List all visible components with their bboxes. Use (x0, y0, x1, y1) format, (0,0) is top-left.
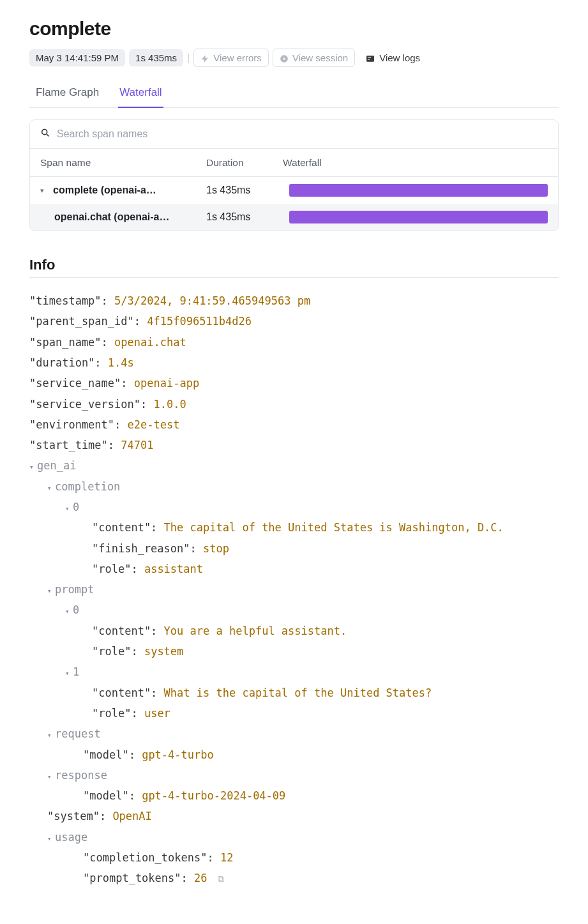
timestamp-pill: May 3 14:41:59 PM (29, 49, 125, 66)
info-body: "timestamp": 5/3/2024, 9:41:59.465949563… (29, 291, 559, 889)
meta-row: May 3 14:41:59 PM 1s 435ms | View errors… (29, 49, 559, 67)
kv-response-model: "model": gpt-4-turbo-2024-04-09 (29, 785, 559, 806)
kv-prompt1-content: "content": What is the capital of the Un… (29, 683, 559, 703)
logs-icon (365, 52, 375, 64)
tabs: Flame Graph Waterfall (29, 82, 559, 108)
duration-cell: 1s 435ms (206, 185, 283, 196)
view-errors-button[interactable]: View errors (193, 49, 269, 67)
search-input[interactable] (57, 128, 548, 140)
kv-completion-content: "content": The capital of the United Sta… (29, 517, 559, 538)
view-session-button[interactable]: View session (273, 49, 355, 67)
chevron-down-icon: ▾ (47, 585, 55, 598)
kv-parent-span-id: "parent_span_id": 4f15f096511b4d26 (29, 311, 559, 331)
col-waterfall: Waterfall (283, 157, 548, 169)
waterfall-panel: Span name Duration Waterfall ▾ complete … (29, 119, 559, 231)
svg-line-5 (47, 134, 49, 136)
span-name-label: openai.chat (openai-a… (54, 211, 169, 223)
info-title: Info (29, 257, 559, 273)
view-errors-label: View errors (213, 52, 262, 63)
kv-system: "system": OpenAI (29, 806, 559, 826)
kv-environment: "environment": e2e-test (29, 414, 559, 435)
view-logs-label: View logs (379, 52, 420, 63)
chevron-down-icon: ▾ (47, 729, 55, 743)
tree-prompt-0[interactable]: ▾0 (29, 600, 559, 620)
svg-rect-2 (368, 57, 371, 58)
kv-duration: "duration": 1.4s (29, 352, 559, 373)
kv-completion-finish-reason: "finish_reason": stop (29, 538, 559, 559)
kv-service-name: "service_name": openai-app (29, 373, 559, 393)
chevron-down-icon[interactable]: ▾ (40, 186, 47, 195)
chevron-down-icon: ▾ (29, 461, 37, 474)
page-title: complete (29, 18, 559, 40)
kv-start-time: "start_time": 74701 (29, 435, 559, 455)
col-span-name: Span name (40, 157, 206, 169)
waterfall-bar (289, 211, 548, 223)
tree-prompt[interactable]: ▾prompt (29, 579, 559, 600)
kv-prompt-tokens: "prompt_tokens": 26 ⧉ (29, 868, 559, 888)
separator: | (187, 52, 190, 64)
kv-completion-role: "role": assistant (29, 559, 559, 579)
waterfall-bar (289, 184, 548, 197)
search-row (30, 120, 558, 149)
kv-service-version: "service_version": 1.0.0 (29, 394, 559, 414)
kv-timestamp: "timestamp": 5/3/2024, 9:41:59.465949563… (29, 291, 559, 311)
duration-cell: 1s 435ms (206, 211, 283, 223)
kv-prompt0-content: "content": You are a helpful assistant. (29, 621, 559, 641)
tab-waterfall[interactable]: Waterfall (118, 82, 163, 108)
table-header: Span name Duration Waterfall (30, 149, 558, 177)
chevron-down-icon: ▾ (65, 605, 73, 619)
tree-usage[interactable]: ▾usage (29, 827, 559, 847)
tree-request[interactable]: ▾request (29, 723, 559, 744)
chevron-down-icon: ▾ (47, 833, 55, 846)
chevron-down-icon: ▾ (65, 503, 73, 516)
tree-completion[interactable]: ▾completion (29, 476, 559, 497)
table-row[interactable]: ▾ complete (openai-a… 1s 435ms (30, 177, 558, 204)
chevron-down-icon: ▾ (47, 482, 55, 496)
kv-completion-tokens: "completion_tokens": 12 (29, 847, 559, 868)
tree-completion-0[interactable]: ▾0 (29, 497, 559, 517)
svg-point-4 (42, 130, 47, 135)
kv-span-name: "span_name": openai.chat (29, 332, 559, 352)
table-row[interactable]: openai.chat (openai-a… 1s 435ms (30, 204, 558, 231)
svg-rect-3 (368, 59, 370, 59)
play-circle-icon (280, 52, 289, 63)
svg-rect-1 (366, 56, 374, 61)
tree-response[interactable]: ▾response (29, 765, 559, 785)
info-divider (29, 277, 559, 278)
chevron-down-icon: ▾ (65, 667, 73, 681)
view-logs-button[interactable]: View logs (359, 49, 426, 67)
span-name-label: complete (openai-a… (53, 185, 156, 196)
col-duration: Duration (206, 157, 283, 169)
duration-pill: 1s 435ms (129, 49, 183, 66)
copy-icon[interactable]: ⧉ (218, 874, 224, 884)
kv-prompt1-role: "role": user (29, 703, 559, 723)
search-icon (40, 128, 50, 140)
tab-flame-graph[interactable]: Flame Graph (34, 82, 100, 108)
view-session-label: View session (292, 52, 348, 63)
chevron-down-icon: ▾ (47, 771, 55, 784)
kv-request-model: "model": gpt-4-turbo (29, 745, 559, 765)
tree-gen-ai[interactable]: ▾gen_ai (29, 455, 559, 476)
lightning-icon (200, 52, 209, 63)
tree-prompt-1[interactable]: ▾1 (29, 662, 559, 682)
kv-prompt0-role: "role": system (29, 641, 559, 662)
